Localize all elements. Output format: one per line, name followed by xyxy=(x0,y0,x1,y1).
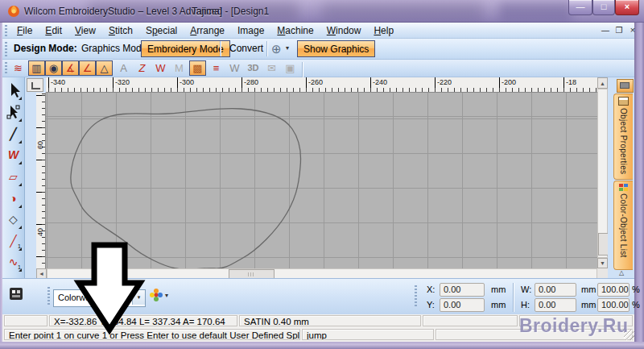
reshape-arrow-icon xyxy=(4,102,23,123)
embroidery-mode-button[interactable]: Embroidery Mode xyxy=(141,40,230,57)
h-field[interactable]: 0.00 xyxy=(535,298,576,312)
tab-scroll-up-icon[interactable]: △ xyxy=(619,269,624,276)
satin-raised-icon[interactable]: ≡ xyxy=(208,60,225,76)
menu-view[interactable]: View xyxy=(68,23,102,39)
insert-artwork-button[interactable] xyxy=(7,285,27,303)
zigzag-icon[interactable]: W xyxy=(152,60,169,76)
y-field[interactable]: 0.00 xyxy=(440,298,485,312)
ruler-label: -18 xyxy=(566,78,576,86)
line-icon: ╱ xyxy=(10,235,16,247)
ruler-origin-button[interactable] xyxy=(27,78,43,92)
globe-icon[interactable]: ⊕ xyxy=(271,40,282,57)
menu-machine[interactable]: Machine xyxy=(270,23,320,39)
tab-color-object-list[interactable]: Color-Object List xyxy=(613,181,633,270)
mdi-close-button[interactable]: × xyxy=(626,25,639,36)
toolbar-grip[interactable] xyxy=(5,25,7,36)
basket-icon[interactable]: ▣ xyxy=(282,60,299,76)
ruler-label: -320 xyxy=(115,78,130,86)
tatami-fill-icon[interactable]: ▥ xyxy=(28,60,45,76)
reshape-nodes-tool[interactable]: ◇ xyxy=(4,210,23,230)
fill-hole-tool[interactable]: ◑ xyxy=(4,189,23,209)
contour-fill-icon[interactable]: △ xyxy=(96,60,113,76)
y-unit: mm xyxy=(491,300,506,310)
globe-caret-icon[interactable]: ▾ xyxy=(286,39,289,58)
vscroll-up-arrow[interactable]: ▲ xyxy=(597,77,608,89)
toolbox: ╱ W ▱ ◑ ◇ ╱1 ∿1 xyxy=(2,77,25,279)
status-empty-panel xyxy=(4,315,47,326)
toolbar-grip[interactable] xyxy=(415,285,417,308)
maximize-button[interactable]: □ xyxy=(592,0,615,15)
envelope-icon[interactable]: ✉ xyxy=(263,60,280,76)
menu-special[interactable]: Special xyxy=(139,23,184,39)
e-stitch-icon[interactable]: M xyxy=(171,60,188,76)
colorway-palette-button[interactable]: ▾ xyxy=(149,288,173,305)
show-graphics-button[interactable]: Show Graphics xyxy=(297,40,375,57)
menu-file[interactable]: File xyxy=(10,23,39,39)
minimize-button[interactable]: — xyxy=(568,0,592,15)
tab-label: Color-Object List xyxy=(619,193,628,258)
combo-dropdown-icon[interactable]: ▾ xyxy=(132,290,145,305)
menu-image[interactable]: Image xyxy=(231,23,270,39)
toolbar-grip[interactable] xyxy=(47,287,50,306)
run-stitch-icon[interactable]: ≋ xyxy=(10,60,27,76)
knife-icon: ╱ xyxy=(10,127,16,140)
design-outline-curve xyxy=(46,93,597,268)
vscroll-down-arrow[interactable]: ▼ xyxy=(597,258,608,268)
watermark: Broidery.Ru xyxy=(519,315,628,337)
triple-run-tool[interactable]: ∿1 xyxy=(4,252,23,272)
x-unit: mm xyxy=(491,285,506,294)
stitch-type-status: SATIN 0.40 mm xyxy=(239,315,421,326)
x-field[interactable]: 0.00 xyxy=(440,283,485,297)
film-icon xyxy=(7,285,27,303)
properties-icon xyxy=(618,97,629,106)
flexi-split-icon[interactable]: Z xyxy=(134,60,151,76)
scale-y-field[interactable]: 100.00 xyxy=(597,298,630,312)
menu-stitch[interactable]: Stitch xyxy=(102,23,139,39)
mdi-minimize-button[interactable]: — xyxy=(599,25,612,36)
column-a-icon[interactable]: A xyxy=(115,60,132,76)
knife-tool[interactable]: ╱ xyxy=(4,124,23,144)
w-label: W: xyxy=(521,285,531,294)
x-label: X: xyxy=(427,285,435,294)
menu-help[interactable]: Help xyxy=(367,23,400,39)
w-field[interactable]: 0.00 xyxy=(535,283,576,297)
palette-caret-icon[interactable]: ▾ xyxy=(165,286,168,305)
radial-fill-icon[interactable]: ∠ xyxy=(79,60,96,76)
convert-button[interactable]: Convert xyxy=(225,39,268,59)
palette-flower-icon xyxy=(149,288,163,302)
design-mode-toolbar: Design Mode: Graphics Mode Embroidery Mo… xyxy=(2,39,634,60)
lettering-tool[interactable]: W xyxy=(4,145,23,165)
panel-window-icon[interactable] xyxy=(617,79,634,93)
right-dock-strip: Object Properties Color-Object List △ ▼ xyxy=(608,77,634,280)
motif-fill-icon[interactable]: ◉ xyxy=(45,60,62,76)
menu-window[interactable]: Window xyxy=(320,23,368,39)
status-empty-panel xyxy=(423,315,518,326)
tab-label: Object Properties xyxy=(619,108,628,174)
select-tool[interactable] xyxy=(4,81,23,101)
pattern-fill-icon[interactable]: ▩ xyxy=(189,60,206,76)
tab-object-properties[interactable]: Object Properties xyxy=(613,93,633,180)
3d-effect-icon[interactable]: 3D xyxy=(245,60,262,76)
toolbar-separator xyxy=(266,41,267,56)
vertical-scrollbar[interactable] xyxy=(597,89,608,258)
pointer-position: X=-332.86 Y= 54.84 L= 337.34 A= 170.64 xyxy=(49,315,237,326)
toolbar-grip[interactable] xyxy=(5,62,7,75)
colorway-select[interactable]: Colorway 1 ▾ xyxy=(53,289,146,307)
closed-shape-tool[interactable]: ▱ xyxy=(4,167,23,187)
menu-edit[interactable]: Edit xyxy=(39,23,68,39)
closed-shape-icon: ▱ xyxy=(9,170,18,183)
reshape-tool[interactable] xyxy=(4,102,23,123)
fan-fill-icon[interactable]: ∡ xyxy=(62,60,79,76)
lettering-icon: W xyxy=(8,148,19,161)
prompt-message: Enter point 1 on curve 1 or Press Enter … xyxy=(4,329,300,340)
user-split-icon[interactable]: W xyxy=(226,60,243,76)
h-unit: mm xyxy=(581,300,596,310)
single-line-tool[interactable]: ╱1 xyxy=(4,231,23,251)
toolbar-grip[interactable] xyxy=(5,42,7,56)
scale-x-field[interactable]: 100.00 xyxy=(597,283,630,297)
close-button[interactable]: × xyxy=(615,0,639,15)
design-canvas[interactable] xyxy=(46,93,597,268)
mdi-restore-button[interactable]: ❐ xyxy=(613,25,625,36)
ruler-label: -340 xyxy=(51,78,65,86)
menu-arrange[interactable]: Arrange xyxy=(184,23,231,39)
